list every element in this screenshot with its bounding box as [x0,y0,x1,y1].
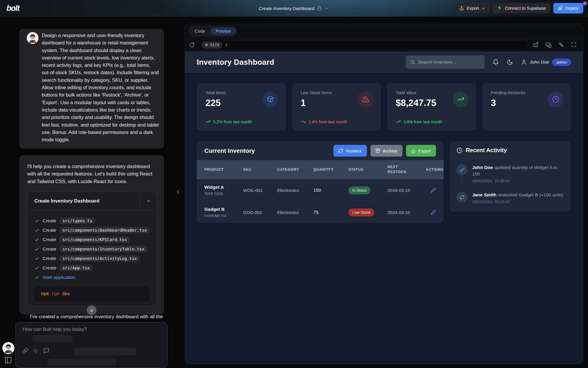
step-file[interactable]: src/components/ActivityLog.tsx [60,255,140,262]
sku-cell: WDG-001 [243,188,277,193]
profile-avatar[interactable] [2,342,14,354]
terminal-token: run [51,291,59,296]
step-file[interactable]: src/App.tsx [60,265,93,271]
edit-pencil-icon [457,164,467,175]
col-status: STATUS [348,168,387,172]
kpi-card-low-stock: Low Stock Items 1 2.4% from last month [292,83,381,131]
clock-icon [548,91,564,107]
arrow-down-icon [89,308,94,313]
collapse-plan-button[interactable] [140,192,156,210]
rocket-icon [558,6,563,11]
export-label: Export [467,6,479,11]
trending-up-icon [396,119,401,124]
fullscreen-icon[interactable] [571,42,577,48]
step-action: Create [43,246,56,252]
search-placeholder: Search inventory... [418,59,456,65]
toggle-sidebar-button[interactable] [4,356,12,364]
product-supplier: Tech Corp [204,191,243,196]
status-badge: In Stock [348,186,370,194]
alert-triangle-icon [358,91,373,107]
kpi-trend-text: 5.2% from last month [213,120,252,124]
inspect-pointer-icon[interactable] [558,42,564,48]
plan-step-start: Start application [34,273,149,282]
assistant-message: I'll help you create a comprehensive inv… [19,155,164,314]
user-message-text: Design a responsive and user-friendly in… [42,32,159,143]
terminal-token: dev [62,291,70,296]
step-action: Create [43,218,56,223]
inventory-search-input[interactable]: Search inventory... [406,55,485,69]
tab-preview[interactable]: Preview [211,27,236,35]
chat-mode-icon[interactable] [43,348,49,354]
user-message: Design a responsive and user-friendly in… [19,29,164,149]
attach-link-icon[interactable] [22,348,28,354]
tab-code[interactable]: Code [190,27,210,35]
project-title: Create Inventory Dashboard [259,6,314,11]
sku-cell: GDG-002 [243,210,277,215]
role-badge: admin [552,59,571,66]
archive-label: Archive [383,148,397,153]
activity-user: Jane Smith [472,192,497,197]
quantity-cell[interactable]: 150 [313,188,348,193]
deploy-label: Deploy [565,6,579,11]
next-restock-cell: 2024-03-15 [387,188,426,193]
dark-mode-toggle-icon[interactable] [507,59,513,65]
recent-activity-card: Recent Activity John Doe updated quantit… [450,141,571,212]
chat-input-box[interactable]: How can Bolt help you today? [15,322,168,368]
project-title-group[interactable]: Create Inventory Dashboard [259,0,329,16]
category-cell: Electronics [277,188,313,193]
step-file[interactable]: src/components/InventoryTable.tsx [60,246,147,252]
export-button[interactable]: Export [455,3,490,14]
table-header-row: PRODUCT SKU CATEGORY QUANTITY STATUS NEX… [197,160,444,179]
quantity-cell[interactable]: 75 [313,210,348,215]
trending-up-icon [453,91,469,107]
table-row[interactable]: Gadget B Innovate Inc GDG-002 Electronic… [197,201,444,223]
status-badge: Low Stock [348,208,374,216]
start-application-link[interactable]: Start application [43,275,75,280]
chevron-down-icon[interactable] [325,6,329,11]
plan-title: Create Inventory Dashboard [27,192,140,210]
browser-toolbar: 5173 / [185,38,583,51]
step-file[interactable]: src/components/KPICard.tsx [60,236,130,243]
kpi-trend-text: 2.4% from last month [308,120,347,124]
user-avatar [27,32,39,44]
sparkles-icon[interactable] [33,348,39,354]
col-quantity: QUANTITY [313,168,348,172]
collapse-chat-button[interactable] [175,188,181,196]
col-sku: SKU [243,168,277,172]
open-external-icon[interactable] [533,42,539,48]
next-restock-cell: 2024-03-10 [387,210,426,215]
kpi-card-total-value: Total Value $8,247.75 3.8% from last mon… [387,83,476,131]
reload-icon[interactable] [189,42,195,48]
edit-pencil-icon [431,210,436,215]
deploy-button[interactable]: Deploy [553,3,583,14]
user-icon [521,59,527,65]
restock-button[interactable]: Restock [333,145,367,157]
table-row[interactable]: Widget A Tech Corp WDG-001 Electronics 1… [197,179,444,201]
address-bar[interactable]: 5173 / [198,40,527,50]
activity-text: restocked Gadget B (+100 units) [497,192,564,197]
terminal-token: npm [41,291,49,296]
preview-panel: Code Preview 5173 / Inventory Dashboard [185,24,583,364]
product-name: Widget A [204,185,243,190]
code-preview-toggle: Code Preview [188,26,237,37]
package-icon [263,91,278,107]
user-menu[interactable]: John Doe admin [521,59,571,66]
step-action: Create [43,228,56,233]
step-file[interactable]: src/types.ts [60,218,95,224]
url-path: / [226,42,227,47]
archive-button[interactable]: Archive [370,145,402,157]
product-name: Gadget B [204,207,243,212]
check-icon [34,218,39,223]
step-file[interactable]: src/components/DashboardHeader.tsx [60,227,150,233]
current-inventory-card: Current Inventory Restock Archive [197,141,444,223]
connect-supabase-button[interactable]: Connect to Supabase [493,3,550,14]
notifications-bell-icon[interactable] [492,59,499,65]
check-icon [34,256,39,261]
activity-title: Recent Activity [466,147,507,154]
redacted-text-blob [33,335,73,342]
port-pill[interactable]: 5173 [201,42,222,49]
responsive-devices-icon[interactable] [545,42,552,48]
export-table-button[interactable]: Export [406,145,436,157]
check-icon [34,275,39,280]
scroll-to-bottom-button[interactable] [87,305,96,315]
